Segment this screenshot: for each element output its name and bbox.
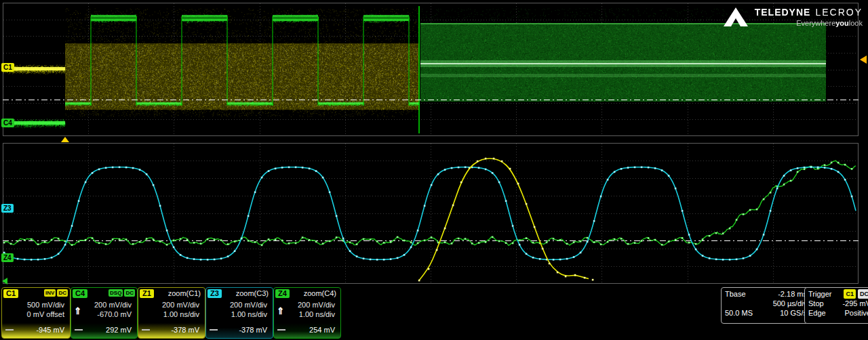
trigger-row-1: Trigger C1 DC — [808, 289, 868, 299]
trigger-level-marker[interactable] — [860, 56, 867, 64]
z3-time-per-div: 1.00 ns/div — [206, 310, 273, 319]
trigger-time-marker[interactable] — [61, 137, 69, 142]
z3-volts-per-div: 200 mV/div — [206, 300, 273, 310]
c4-descriptor-box[interactable]: C4 DSQ DC ⇑ 200 mV/div -670.0 mV 292 mV — [71, 287, 138, 339]
z4-channel-tab: Z4 — [275, 289, 290, 298]
teledyne-lecroy-logo: TELEDYNELECROY Everywhereyoulook — [723, 7, 863, 27]
z1-level-value: -378 mV — [171, 326, 199, 334]
teledyne-logo-mark — [723, 7, 749, 27]
z3-footer: -378 mV — [206, 323, 273, 338]
c4-descriptor-header: C4 DSQ DC — [71, 288, 137, 300]
trigger-label: Trigger — [808, 289, 831, 299]
z4-ground-indicator-icon — [277, 329, 285, 331]
c1-trace-marker[interactable]: C1 — [1, 63, 14, 72]
tbase-rate-value: 10 GS/s — [780, 308, 807, 318]
c1-offset: 0 mV offset — [2, 310, 70, 319]
zoom-waveform-grid[interactable] — [3, 143, 859, 284]
z4-descriptor-header: Z4 zoom(C4) — [274, 288, 340, 300]
z4-descriptor-box[interactable]: Z4 zoom(C4) ⇑ 200 mV/div 1.00 ns/div 254… — [273, 287, 341, 339]
tagline-post: look — [849, 19, 863, 27]
z1-time-per-div: 1.00 ns/div — [138, 310, 205, 319]
c1-volts-per-div: 500 mV/div — [2, 300, 70, 310]
z1-footer: -378 mV — [138, 323, 205, 338]
z1-channel-tab: Z1 — [140, 289, 154, 298]
z4-level-value: 254 mV — [309, 326, 335, 334]
c4-level-value: 292 mV — [106, 326, 132, 334]
z4-offset-arrow-icon: ⇑ — [277, 306, 285, 316]
tbase-scale-value: 500 µs/div — [773, 299, 807, 308]
trigger-coupling-chip: DC — [858, 289, 868, 299]
c4-trace-marker[interactable]: C4 — [1, 119, 14, 127]
z3-trace-marker[interactable]: Z3 — [1, 204, 14, 213]
c1-descriptor-box[interactable]: C1 INV DC 500 mV/div 0 mV offset -945 mV — [1, 287, 71, 339]
z3-channel-tab: Z3 — [208, 289, 222, 298]
z1-volts-per-div: 200 mV/div — [138, 300, 205, 310]
trigger-row-3: Edge Positive — [808, 308, 868, 318]
c4-badges: DSQ DC — [108, 289, 135, 297]
z3-ground-indicator-icon — [210, 329, 218, 331]
oscilloscope-screen: C1 C4 TELEDYNELECROY Everywhereyoulook Z… — [0, 0, 868, 340]
z1-descriptor-box[interactable]: Z1 zoom(C1) 200 mV/div 1.00 ns/div -378 … — [138, 287, 205, 339]
c1-descriptor-header: C1 INV DC — [2, 288, 70, 300]
timebase-descriptor-box[interactable]: Tbase -2.18 ms 500 µs/div 50.0 MS 10 GS/… — [721, 287, 811, 324]
logo-lecroy: LECROY — [815, 7, 863, 18]
z3-level-value: -378 mV — [239, 326, 267, 334]
c1-footer: -945 mV — [2, 323, 70, 338]
trigger-mode-value: Stop — [808, 299, 824, 308]
logo-wordmark: TELEDYNELECROY — [755, 7, 863, 18]
logo-text: TELEDYNELECROY Everywhereyoulook — [755, 7, 863, 27]
c1-coupling-badge: DC — [57, 289, 68, 297]
z3-descriptor-box[interactable]: Z3 zoom(C3) 200 mV/div 1.00 ns/div -378 … — [205, 287, 273, 339]
c1-badges: INV DC — [44, 289, 68, 297]
tagline-you: you — [835, 19, 849, 27]
tbase-row-3: 50.0 MS 10 GS/s — [725, 308, 807, 318]
c4-channel-tab: C4 — [73, 289, 87, 298]
c4-footer: 292 mV — [71, 323, 137, 338]
z1-source-title: zoom(C1) — [168, 289, 203, 297]
tbase-samples-value: 50.0 MS — [725, 308, 753, 318]
z4-offscale-arrow — [2, 278, 7, 284]
trigger-type-value: Edge — [808, 308, 826, 318]
c1-level-value: -945 mV — [36, 326, 64, 334]
c4-offset-arrow-icon: ⇑ — [74, 306, 82, 316]
z3-source-title: zoom(C3) — [236, 289, 271, 297]
trigger-level-value: -295 mV — [842, 299, 868, 308]
z1-descriptor-header: Z1 zoom(C1) — [138, 288, 205, 300]
z3-descriptor-header: Z3 zoom(C3) — [206, 288, 273, 300]
z4-footer: 254 mV — [274, 323, 340, 338]
logo-tagline: Everywhereyoulook — [755, 19, 863, 27]
c4-mode-badge: DSQ — [108, 289, 123, 297]
c1-ground-indicator-icon — [5, 329, 14, 331]
zoom-waveform-canvas — [3, 143, 859, 284]
c4-coupling-badge: DC — [124, 289, 135, 297]
z4-source-title: zoom(C4) — [304, 289, 338, 297]
trigger-descriptor-box[interactable]: Trigger C1 DC Stop -295 mV Edge Positive — [804, 287, 868, 324]
tagline-pre: Everywhere — [796, 19, 835, 27]
c1-invert-badge: INV — [44, 289, 56, 297]
c4-ground-indicator-icon — [75, 329, 83, 331]
z4-trace-marker[interactable]: Z4 — [1, 253, 14, 262]
trigger-source-chips: C1 DC — [842, 289, 868, 299]
trigger-slope-value: Positive — [844, 308, 868, 318]
tbase-row-1: Tbase -2.18 ms — [725, 289, 807, 299]
tbase-label: Tbase — [725, 289, 746, 299]
trigger-source-chip: C1 — [844, 289, 856, 299]
trigger-row-2: Stop -295 mV — [808, 299, 868, 308]
c1-channel-tab: C1 — [3, 289, 18, 298]
logo-teledyne: TELEDYNE — [755, 7, 811, 18]
tbase-delay-value: -2.18 ms — [778, 289, 807, 299]
z1-ground-indicator-icon — [142, 329, 150, 331]
tbase-row-2: 500 µs/div — [725, 299, 807, 308]
